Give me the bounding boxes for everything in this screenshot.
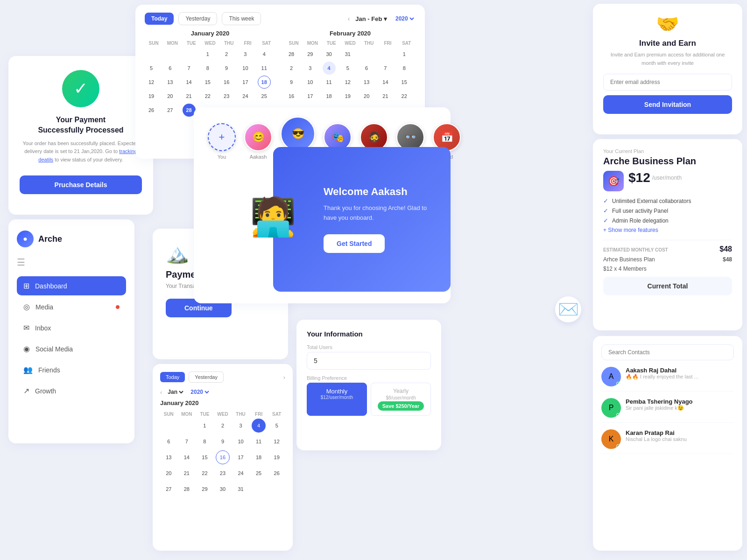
sc-day[interactable]: 14 <box>180 450 194 464</box>
monthly-option[interactable]: Monthly $12/user/month <box>307 383 367 416</box>
sc-day[interactable]: 17 <box>234 450 248 464</box>
contact-item[interactable]: A Aakash Raj Dahal 🔥🔥 I really enjoyed t… <box>601 367 734 392</box>
jan-day[interactable]: 11 <box>258 62 271 75</box>
sc-day[interactable]: 5 <box>270 419 284 433</box>
add-member-button[interactable]: + <box>208 123 236 151</box>
year-select[interactable]: 20202019 <box>394 15 416 22</box>
feb-day[interactable]: 28 <box>285 48 298 61</box>
jan-day[interactable]: 24 <box>239 90 252 103</box>
sidebar-item-friends[interactable]: 👥 Friends <box>17 360 126 379</box>
sc-day[interactable]: 11 <box>252 434 266 448</box>
sc-day[interactable]: 31 <box>234 482 248 496</box>
jan-day[interactable]: 23 <box>220 90 233 103</box>
feb-day[interactable]: 14 <box>379 76 392 89</box>
details-link[interactable]: deatils <box>38 157 53 162</box>
jan-day[interactable]: 18 <box>258 76 271 89</box>
jan-day[interactable]: 21 <box>183 90 196 103</box>
sc-day[interactable]: 7 <box>180 434 194 448</box>
jan-day[interactable]: 19 <box>145 90 158 103</box>
sc-day[interactable]: 27 <box>162 482 176 496</box>
jan-day[interactable] <box>163 48 176 61</box>
jan-day[interactable] <box>145 48 158 61</box>
thisweek-button[interactable]: This week <box>222 12 261 25</box>
cal-prev[interactable]: ‹ <box>345 14 353 23</box>
sc-prev[interactable]: ‹ <box>160 389 162 396</box>
jan-day[interactable]: 17 <box>239 76 252 89</box>
feb-day[interactable]: 1 <box>398 48 411 61</box>
feb-day[interactable]: 9 <box>285 76 298 89</box>
sc-day[interactable]: 19 <box>270 450 284 464</box>
sc-day[interactable]: 23 <box>216 466 230 480</box>
feb-day[interactable]: 11 <box>323 76 336 89</box>
sidebar-menu-toggle[interactable]: ☰ <box>17 257 126 268</box>
sc-day[interactable]: 9 <box>216 434 230 448</box>
feb-day[interactable]: 18 <box>323 90 336 103</box>
sidebar-item-social[interactable]: ◉ Social Media <box>17 339 126 358</box>
jan-day[interactable]: 26 <box>145 104 158 117</box>
sc-day[interactable]: 29 <box>197 482 211 496</box>
jan-day[interactable]: 5 <box>145 62 158 75</box>
invite-email-input[interactable] <box>603 74 732 91</box>
sc-today-button[interactable]: Today <box>160 372 185 382</box>
sc-day[interactable]: 3 <box>234 419 248 433</box>
jan-day[interactable]: 15 <box>201 76 214 89</box>
feb-day[interactable]: 7 <box>379 62 392 75</box>
sc-day[interactable]: 30 <box>216 482 230 496</box>
purchase-details-button[interactable]: Pruchase Details <box>20 175 142 194</box>
jan-day[interactable]: 20 <box>163 90 176 103</box>
contact-item[interactable]: K Karan Pratap Rai Nischal La logo chai … <box>601 429 734 454</box>
sc-day[interactable]: 13 <box>162 450 176 464</box>
sc-day[interactable]: 1 <box>197 419 211 433</box>
feb-day[interactable]: 5 <box>341 62 354 75</box>
jan-day[interactable]: 8 <box>201 62 214 75</box>
feb-day[interactable]: 12 <box>341 76 354 89</box>
yesterday-button[interactable]: Yesterday <box>178 12 217 25</box>
sc-day[interactable] <box>252 482 266 496</box>
feb-day[interactable] <box>360 48 373 61</box>
sc-yesterday-button[interactable]: Yesterday <box>189 371 224 383</box>
sc-day[interactable]: 2 <box>216 419 230 433</box>
jan-day[interactable]: 7 <box>183 62 196 75</box>
jan-day[interactable]: 25 <box>258 90 271 103</box>
feb-day[interactable]: 29 <box>303 48 317 61</box>
tracking-link[interactable]: tracking <box>119 148 137 154</box>
sc-day[interactable]: 15 <box>197 450 211 464</box>
show-more-features[interactable]: + Show more features <box>603 227 732 233</box>
sidebar-item-dashboard[interactable]: ⊞ Dashboard <box>17 276 126 295</box>
sc-day[interactable] <box>270 482 284 496</box>
jan-day[interactable]: 16 <box>220 76 233 89</box>
feb-day[interactable]: 22 <box>398 90 411 103</box>
jan-day[interactable]: 13 <box>163 76 176 89</box>
sc-day[interactable] <box>162 419 176 433</box>
feb-day[interactable]: 3 <box>303 62 317 75</box>
sc-day[interactable]: 24 <box>234 466 248 480</box>
sc-day[interactable]: 4 <box>252 419 266 433</box>
feb-day[interactable]: 17 <box>303 90 317 103</box>
sc-day[interactable]: 28 <box>180 482 194 496</box>
send-invitation-button[interactable]: Send Invitation <box>603 95 732 114</box>
sc-day[interactable]: 6 <box>162 434 176 448</box>
sc-day[interactable]: 22 <box>197 466 211 480</box>
sc-day[interactable]: 10 <box>234 434 248 448</box>
feb-day[interactable]: 16 <box>285 90 298 103</box>
sc-month-select[interactable]: Jan <box>166 388 185 396</box>
sidebar-item-media[interactable]: ◎ Media <box>17 297 126 316</box>
jan-day[interactable]: 2 <box>220 48 233 61</box>
jan-day[interactable]: 9 <box>220 62 233 75</box>
jan-day[interactable]: 22 <box>201 90 214 103</box>
jan-day[interactable]: 12 <box>145 76 158 89</box>
contact-item[interactable]: P Pemba Tshering Nyago Sir pani jalle ji… <box>601 398 734 423</box>
jan-day[interactable]: 1 <box>201 48 214 61</box>
feb-day[interactable]: 21 <box>379 90 392 103</box>
sc-year-select[interactable]: 2020 <box>189 388 211 396</box>
feb-day[interactable]: 13 <box>360 76 373 89</box>
feb-day[interactable]: 6 <box>360 62 373 75</box>
jan-day[interactable]: 14 <box>183 76 196 89</box>
jan-day[interactable] <box>183 48 196 61</box>
feb-day[interactable]: 10 <box>303 76 317 89</box>
sc-day[interactable]: 18 <box>252 450 266 464</box>
feb-day[interactable]: 19 <box>341 90 354 103</box>
get-started-button[interactable]: Get Started <box>324 234 385 253</box>
sc-day[interactable]: 21 <box>180 466 194 480</box>
sc-day[interactable]: 12 <box>270 434 284 448</box>
